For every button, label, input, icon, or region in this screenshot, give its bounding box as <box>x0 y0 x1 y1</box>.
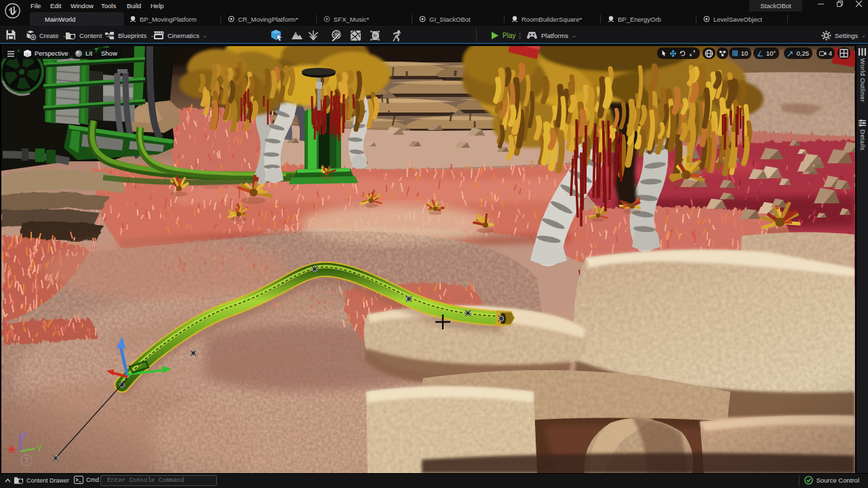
svg-text:z: z <box>22 429 27 440</box>
svg-text:?: ? <box>24 456 28 464</box>
svg-text:Y: Y <box>37 443 43 453</box>
